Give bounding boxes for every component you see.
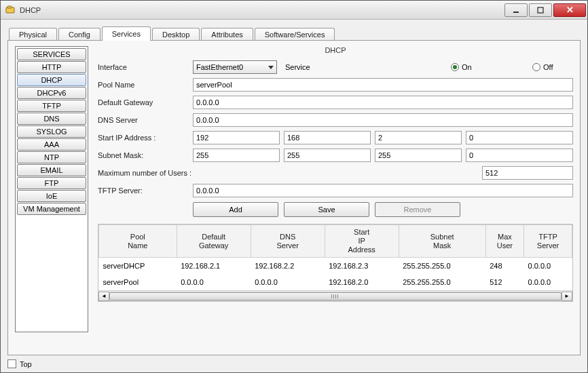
- interface-row: Interface FastEthernet0 Service On Off: [98, 60, 573, 75]
- sidebar-item-ftp[interactable]: FTP: [17, 177, 86, 189]
- chevron-down-icon: [268, 66, 274, 69]
- table-cell: serverDHCP: [99, 258, 177, 275]
- table-row[interactable]: serverDHCP192.168.2.1192.168.2.2192.168.…: [99, 258, 572, 275]
- tab-desktop[interactable]: Desktop: [152, 28, 200, 41]
- subnet-octet-2[interactable]: [284, 149, 371, 162]
- window-title: DHCP: [20, 6, 503, 14]
- subnet-octet-1[interactable]: [193, 149, 280, 162]
- interface-dropdown[interactable]: FastEthernet0: [193, 60, 277, 74]
- dns-server-label: DNS Server: [98, 116, 193, 124]
- sidebar-item-http[interactable]: HTTP: [17, 61, 86, 73]
- sidebar-item-dns[interactable]: DNS: [17, 113, 86, 125]
- grid-header[interactable]: DefaultGateway: [177, 225, 251, 258]
- grid-header[interactable]: MaxUser: [485, 225, 523, 258]
- tab-attributes[interactable]: Attributes: [201, 28, 253, 41]
- save-button[interactable]: Save: [284, 202, 369, 217]
- sidebar-item-email[interactable]: EMAIL: [17, 164, 86, 176]
- svg-rect-1: [7, 6, 12, 8]
- table-row[interactable]: serverPool0.0.0.00.0.0.0192.168.2.0255.2…: [99, 274, 572, 290]
- table-cell: 0.0.0.0: [524, 258, 572, 275]
- main-tabs: PhysicalConfigServicesDesktopAttributesS…: [7, 26, 581, 41]
- app-icon: [5, 5, 16, 16]
- subnet-octet-3[interactable]: [375, 149, 462, 162]
- sidebar-item-services[interactable]: SERVICES: [17, 48, 86, 60]
- top-label: Top: [20, 360, 32, 368]
- tftp-server-input[interactable]: [193, 184, 573, 197]
- service-off-radio[interactable]: Off: [532, 63, 573, 71]
- service-on-radio[interactable]: On: [451, 63, 532, 71]
- start-ip-octet-1[interactable]: [193, 131, 280, 144]
- tab-physical[interactable]: Physical: [9, 28, 57, 41]
- grid-header[interactable]: StartIPAddress: [325, 225, 399, 258]
- table-cell: 512: [485, 274, 523, 290]
- tftp-server-label: TFTP Server:: [98, 186, 193, 195]
- subnet-mask-label: Subnet Mask:: [98, 151, 193, 159]
- grid-header[interactable]: TFTPServer: [524, 225, 572, 258]
- sidebar-item-aaa[interactable]: AAA: [17, 138, 86, 151]
- scroll-right-button[interactable]: ►: [562, 292, 572, 301]
- app-window: DHCP ✕ PhysicalConfigServicesDesktopAttr…: [0, 0, 588, 373]
- off-label: Off: [543, 63, 553, 71]
- table-cell: 192.168.2.0: [325, 274, 399, 290]
- action-buttons-row: Add Save Remove: [98, 202, 573, 217]
- sidebar-item-tftp[interactable]: TFTP: [17, 100, 86, 112]
- titlebar[interactable]: DHCP ✕: [1, 1, 587, 20]
- add-button[interactable]: Add: [193, 202, 278, 217]
- minimize-button[interactable]: [504, 3, 528, 17]
- max-users-row: Maximum number of Users :: [98, 165, 573, 180]
- table-cell: 192.168.2.1: [177, 258, 251, 275]
- tab-software-services[interactable]: Software/Services: [255, 28, 335, 41]
- services-sidebar: SERVICESHTTPDHCPDHCPv6TFTPDNSSYSLOGAAANT…: [15, 46, 88, 332]
- gripper-icon: [331, 294, 339, 298]
- sidebar-item-dhcpv6[interactable]: DHCPv6: [17, 87, 86, 99]
- table-cell: serverPool: [99, 274, 177, 290]
- table-cell: 0.0.0.0: [251, 274, 325, 290]
- dns-server-input[interactable]: [193, 113, 573, 127]
- footer-row: Top: [7, 355, 581, 368]
- table-cell: 0.0.0.0: [177, 274, 251, 290]
- sidebar-item-dhcp[interactable]: DHCP: [17, 74, 86, 86]
- pool-grid: PoolNameDefaultGatewayDNSServerStartIPAd…: [98, 224, 573, 302]
- scroll-track[interactable]: [109, 292, 562, 301]
- start-ip-octet-2[interactable]: [284, 131, 371, 144]
- scroll-left-button[interactable]: ◄: [98, 292, 109, 301]
- close-button[interactable]: ✕: [553, 3, 586, 17]
- max-users-input[interactable]: [482, 166, 573, 180]
- max-users-label: Maximum number of Users :: [98, 169, 482, 177]
- table-cell: 0.0.0.0: [524, 274, 572, 290]
- svg-rect-3: [538, 7, 543, 13]
- table-cell: 248: [485, 258, 523, 275]
- top-checkbox[interactable]: [7, 359, 16, 368]
- pool-name-input[interactable]: [193, 78, 573, 92]
- grid-header[interactable]: PoolName: [99, 225, 177, 258]
- default-gateway-input[interactable]: [193, 96, 573, 109]
- start-ip-octet-3[interactable]: [375, 131, 462, 144]
- horizontal-scrollbar[interactable]: ◄ ►: [98, 290, 572, 301]
- remove-button[interactable]: Remove: [375, 202, 460, 217]
- radio-on-icon: [451, 63, 459, 71]
- tab-services[interactable]: Services: [102, 26, 151, 41]
- grid-header[interactable]: DNSServer: [251, 225, 325, 258]
- table-cell: 255.255.255.0: [399, 274, 485, 290]
- default-gateway-row: Default Gateway: [98, 95, 573, 110]
- tab-config[interactable]: Config: [58, 28, 100, 41]
- subnet-octet-4[interactable]: [466, 149, 573, 162]
- start-ip-label: Start IP Address :: [98, 134, 193, 142]
- scroll-thumb[interactable]: [109, 292, 562, 300]
- pool-name-label: Pool Name: [98, 81, 193, 89]
- dhcp-pane: DHCP Interface FastEthernet0 Service On: [98, 46, 573, 348]
- svg-rect-2: [513, 12, 519, 13]
- sidebar-item-syslog[interactable]: SYSLOG: [17, 125, 86, 138]
- sidebar-item-ioe[interactable]: IoE: [17, 190, 86, 202]
- window-controls: ✕: [503, 3, 586, 17]
- interface-value: FastEthernet0: [196, 63, 243, 71]
- grid-header[interactable]: SubnetMask: [399, 225, 485, 258]
- sidebar-item-ntp[interactable]: NTP: [17, 151, 86, 163]
- start-ip-octet-4[interactable]: [466, 131, 573, 144]
- sidebar-item-vm-management[interactable]: VM Management: [17, 203, 86, 215]
- pool-table[interactable]: PoolNameDefaultGatewayDNSServerStartIPAd…: [98, 224, 572, 290]
- subnet-mask-row: Subnet Mask:: [98, 148, 573, 163]
- tftp-server-row: TFTP Server:: [98, 183, 573, 198]
- maximize-button[interactable]: [529, 3, 552, 17]
- service-label: Service: [285, 63, 310, 71]
